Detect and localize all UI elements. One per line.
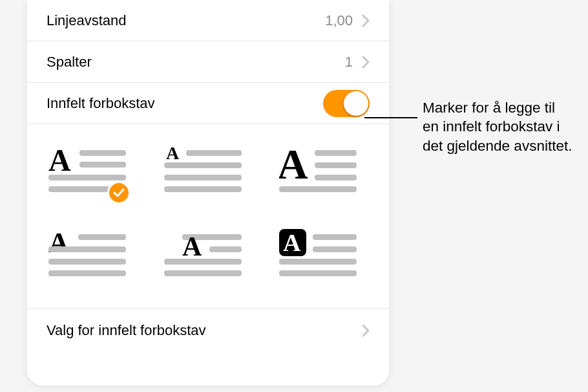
svg-rect-16: [78, 234, 126, 240]
line-spacing-value-wrap: 1,00: [325, 12, 370, 29]
svg-text:A: A: [283, 229, 301, 256]
drop-cap-toggle[interactable]: [323, 90, 370, 117]
svg-rect-30: [279, 270, 357, 276]
svg-rect-27: [313, 234, 357, 240]
svg-rect-14: [279, 186, 357, 192]
drop-cap-options-row[interactable]: Valg for innfelt forbokstav: [27, 309, 389, 353]
svg-rect-29: [279, 259, 357, 265]
svg-rect-12: [315, 162, 357, 168]
drop-cap-row: Innfelt forbokstav: [27, 83, 389, 124]
selected-check-icon: [107, 181, 131, 204]
svg-rect-13: [315, 175, 357, 180]
svg-rect-3: [48, 175, 126, 180]
svg-rect-8: [164, 175, 242, 180]
chevron-right-icon: [362, 324, 370, 337]
svg-text:A: A: [279, 145, 308, 188]
svg-rect-2: [79, 162, 126, 168]
svg-text:A: A: [182, 232, 202, 261]
line-spacing-row[interactable]: Linjeavstand 1,00: [27, 0, 389, 41]
svg-rect-22: [209, 246, 242, 252]
columns-row[interactable]: Spalter 1: [27, 41, 389, 83]
callout-text: Marker for å legge til en innfelt forbok…: [423, 98, 574, 155]
svg-text:A: A: [48, 229, 69, 259]
svg-rect-9: [164, 186, 242, 192]
svg-rect-28: [313, 246, 357, 252]
drop-cap-style-6[interactable]: A: [277, 228, 359, 283]
drop-cap-style-4[interactable]: A: [47, 228, 128, 283]
line-spacing-value: 1,00: [325, 12, 353, 29]
line-spacing-label: Linjeavstand: [47, 12, 127, 29]
drop-cap-style-5[interactable]: A: [162, 228, 244, 283]
columns-value: 1: [345, 54, 353, 71]
toggle-knob: [344, 91, 368, 116]
drop-cap-label: Innfelt forbokstav: [47, 95, 155, 112]
svg-rect-1: [79, 150, 126, 156]
chevron-right-icon: [362, 14, 370, 27]
drop-cap-style-3[interactable]: A: [277, 144, 359, 199]
columns-label: Spalter: [47, 54, 92, 71]
svg-rect-24: [164, 270, 242, 276]
svg-rect-18: [48, 259, 126, 265]
chevron-right-icon: [362, 56, 370, 69]
drop-cap-options-label: Valg for innfelt forbokstav: [47, 322, 206, 339]
svg-rect-19: [48, 270, 126, 276]
svg-rect-23: [164, 259, 242, 265]
text-formatting-panel: Linjeavstand 1,00 Spalter 1 Innfelt forb…: [27, 0, 389, 386]
columns-value-wrap: 1: [345, 54, 370, 71]
drop-cap-style-2[interactable]: A: [162, 144, 244, 199]
svg-text:A: A: [166, 145, 180, 163]
drop-cap-styles-grid: A A A: [27, 124, 389, 309]
svg-rect-11: [315, 150, 357, 156]
svg-rect-6: [186, 150, 242, 156]
drop-cap-style-1[interactable]: A: [47, 144, 128, 199]
svg-rect-17: [48, 246, 126, 252]
svg-text:A: A: [48, 145, 71, 177]
callout-leader-line: [364, 117, 417, 118]
svg-rect-7: [164, 162, 242, 168]
